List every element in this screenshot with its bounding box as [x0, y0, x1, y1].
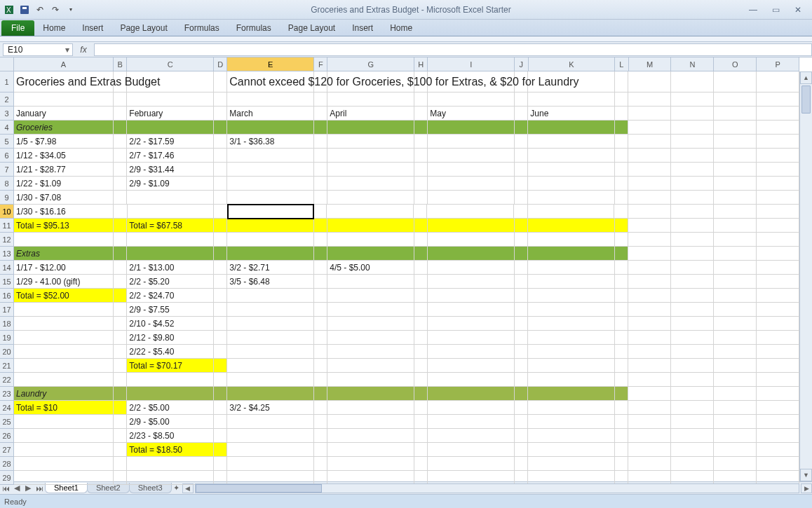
- cell-M28[interactable]: [628, 457, 671, 471]
- cell-O19[interactable]: [714, 331, 757, 345]
- column-header-F[interactable]: F: [314, 57, 327, 71]
- cell-N16[interactable]: [671, 289, 714, 303]
- cell-N22[interactable]: [671, 373, 714, 387]
- minimize-icon[interactable]: —: [745, 5, 762, 15]
- cell-B4[interactable]: [114, 121, 128, 135]
- cell-P2[interactable]: [757, 92, 799, 107]
- namebox-dropdown-icon[interactable]: ▾: [62, 45, 72, 55]
- cell-B17[interactable]: [114, 303, 128, 317]
- cell-K17[interactable]: [528, 303, 615, 317]
- cell-C15[interactable]: 2/2 - $5.20: [127, 275, 214, 289]
- scroll-down-icon[interactable]: ▼: [800, 469, 812, 481]
- cell-H28[interactable]: [414, 457, 428, 471]
- cell-N17[interactable]: [671, 303, 714, 317]
- cell-K19[interactable]: [528, 331, 615, 345]
- cell-I18[interactable]: [428, 317, 515, 331]
- cell-O4[interactable]: [714, 121, 757, 135]
- cell-E1[interactable]: Cannot exceed $120 for Groceries, $100 f…: [227, 71, 314, 92]
- cell-P3[interactable]: [757, 107, 799, 121]
- row-header-26[interactable]: 26: [0, 429, 13, 443]
- cell-B23[interactable]: [114, 387, 128, 401]
- cell-I9[interactable]: [428, 191, 515, 205]
- row-header-21[interactable]: 21: [0, 359, 13, 373]
- cell-C20[interactable]: 2/22 - $5.40: [127, 345, 214, 359]
- cell-L8[interactable]: [615, 177, 629, 191]
- horizontal-scrollbar[interactable]: ◀ ▶: [182, 483, 812, 493]
- row-header-27[interactable]: 27: [0, 443, 13, 457]
- cell-K14[interactable]: [528, 261, 615, 275]
- cell-B29[interactable]: [114, 471, 128, 485]
- cell-I12[interactable]: [428, 233, 515, 247]
- cell-F9[interactable]: [314, 191, 328, 205]
- cell-K20[interactable]: [528, 345, 615, 359]
- cell-K4[interactable]: [528, 121, 615, 135]
- cell-J9[interactable]: [515, 191, 529, 205]
- row-header-15[interactable]: 15: [0, 275, 13, 289]
- cell-M11[interactable]: [628, 219, 671, 233]
- cell-L13[interactable]: [615, 247, 629, 261]
- cell-J2[interactable]: [515, 92, 529, 107]
- cell-P4[interactable]: [757, 121, 799, 135]
- cell-E11[interactable]: [227, 219, 314, 233]
- cell-I14[interactable]: [428, 261, 515, 275]
- cell-P15[interactable]: [757, 275, 799, 289]
- cell-B5[interactable]: [114, 135, 128, 149]
- cell-J21[interactable]: [515, 359, 529, 373]
- cell-B18[interactable]: [114, 317, 128, 331]
- cell-B22[interactable]: [114, 373, 128, 387]
- row-header-17[interactable]: 17: [0, 303, 13, 317]
- cell-F23[interactable]: [314, 387, 328, 401]
- cell-G16[interactable]: [327, 289, 414, 303]
- cell-D14[interactable]: [214, 261, 228, 275]
- cell-L28[interactable]: [615, 457, 629, 471]
- cell-D28[interactable]: [214, 457, 228, 471]
- cell-B6[interactable]: [114, 149, 128, 163]
- cell-A19[interactable]: [14, 331, 114, 345]
- cell-B24[interactable]: [114, 401, 128, 415]
- cell-B27[interactable]: [114, 443, 128, 457]
- cell-J18[interactable]: [515, 317, 529, 331]
- ribbon-tab-home[interactable]: Home: [34, 20, 74, 36]
- cell-G25[interactable]: [327, 415, 414, 429]
- cell-G12[interactable]: [327, 233, 414, 247]
- cell-A26[interactable]: [14, 429, 114, 443]
- cell-H13[interactable]: [414, 247, 428, 261]
- cell-A5[interactable]: 1/5 - $7.98: [14, 135, 114, 149]
- cell-O10[interactable]: [714, 205, 757, 219]
- column-header-M[interactable]: M: [629, 57, 672, 71]
- cell-I19[interactable]: [428, 331, 515, 345]
- cell-A7[interactable]: 1/21 - $28.77: [14, 163, 114, 177]
- cell-C4[interactable]: [127, 121, 214, 135]
- cell-D8[interactable]: [214, 177, 228, 191]
- cell-E23[interactable]: [227, 387, 314, 401]
- cell-N14[interactable]: [671, 261, 714, 275]
- cell-K26[interactable]: [528, 429, 615, 443]
- cell-A21[interactable]: [14, 359, 114, 373]
- column-header-G[interactable]: G: [327, 57, 414, 71]
- cell-F5[interactable]: [314, 135, 328, 149]
- cell-N4[interactable]: [671, 121, 714, 135]
- cell-D2[interactable]: [214, 92, 228, 107]
- cell-D27[interactable]: [214, 443, 228, 457]
- cell-P11[interactable]: [757, 219, 799, 233]
- cell-B8[interactable]: [114, 177, 128, 191]
- cell-E26[interactable]: [227, 429, 314, 443]
- cell-C23[interactable]: [127, 387, 214, 401]
- cell-L15[interactable]: [615, 275, 629, 289]
- row-header-20[interactable]: 20: [0, 345, 13, 359]
- cell-A6[interactable]: 1/12 - $34.05: [14, 149, 114, 163]
- cell-M8[interactable]: [628, 177, 671, 191]
- cell-K10[interactable]: [528, 205, 615, 219]
- cell-G26[interactable]: [327, 429, 414, 443]
- cell-L27[interactable]: [615, 443, 629, 457]
- cell-I11[interactable]: [428, 219, 515, 233]
- cell-L19[interactable]: [615, 331, 629, 345]
- scroll-right-icon[interactable]: ▶: [801, 483, 812, 493]
- cell-K5[interactable]: [528, 135, 615, 149]
- cell-D10[interactable]: [214, 205, 228, 219]
- cell-M6[interactable]: [628, 149, 671, 163]
- cell-J25[interactable]: [515, 415, 529, 429]
- cell-G6[interactable]: [327, 149, 414, 163]
- cell-G20[interactable]: [327, 345, 414, 359]
- cell-L16[interactable]: [615, 289, 629, 303]
